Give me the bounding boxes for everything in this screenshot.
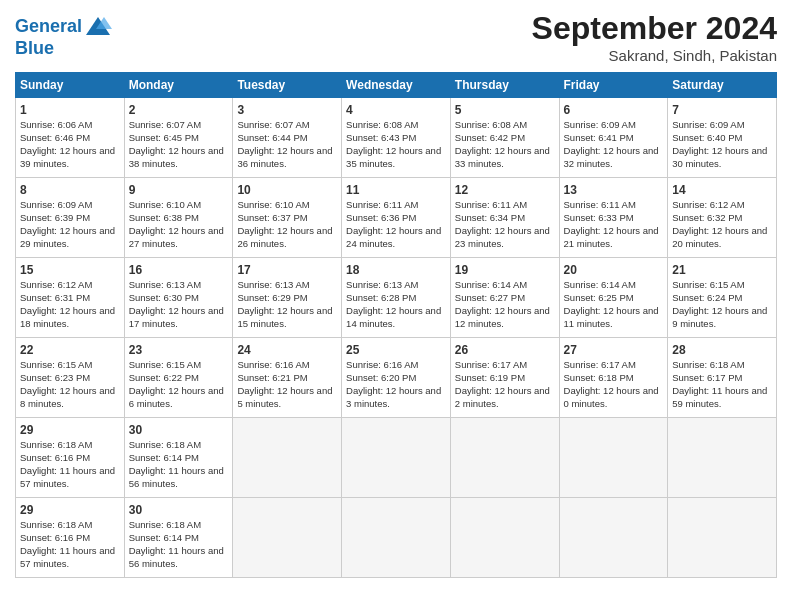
day-number: 29 — [20, 502, 120, 518]
day-cell: 12 Sunrise: 6:11 AM Sunset: 6:34 PM Dayl… — [450, 178, 559, 258]
day-cell: 4 Sunrise: 6:08 AM Sunset: 6:43 PM Dayli… — [342, 98, 451, 178]
day-number: 6 — [564, 102, 664, 118]
col-thursday: Thursday — [450, 73, 559, 98]
calendar-row: 15 Sunrise: 6:12 AM Sunset: 6:31 PM Dayl… — [16, 258, 777, 338]
logo-text2: Blue — [15, 39, 112, 59]
day-number: 9 — [129, 182, 229, 198]
day-cell: 11 Sunrise: 6:11 AM Sunset: 6:36 PM Dayl… — [342, 178, 451, 258]
day-number: 22 — [20, 342, 120, 358]
header: General Blue September 2024 Sakrand, Sin… — [15, 10, 777, 64]
day-cell: 26 Sunrise: 6:17 AM Sunset: 6:19 PM Dayl… — [450, 338, 559, 418]
calendar-row: 8 Sunrise: 6:09 AM Sunset: 6:39 PM Dayli… — [16, 178, 777, 258]
calendar-header-row: Sunday Monday Tuesday Wednesday Thursday… — [16, 73, 777, 98]
day-cell: 6 Sunrise: 6:09 AM Sunset: 6:41 PM Dayli… — [559, 98, 668, 178]
day-number: 12 — [455, 182, 555, 198]
day-cell: 20 Sunrise: 6:14 AM Sunset: 6:25 PM Dayl… — [559, 258, 668, 338]
day-number: 5 — [455, 102, 555, 118]
day-cell: 17 Sunrise: 6:13 AM Sunset: 6:29 PM Dayl… — [233, 258, 342, 338]
day-number: 13 — [564, 182, 664, 198]
day-number: 4 — [346, 102, 446, 118]
day-number: 16 — [129, 262, 229, 278]
page-container: General Blue September 2024 Sakrand, Sin… — [0, 0, 792, 588]
calendar-row: 1 Sunrise: 6:06 AM Sunset: 6:46 PM Dayli… — [16, 98, 777, 178]
day-number: 25 — [346, 342, 446, 358]
day-cell: 8 Sunrise: 6:09 AM Sunset: 6:39 PM Dayli… — [16, 178, 125, 258]
empty-cell — [342, 418, 451, 498]
day-number: 15 — [20, 262, 120, 278]
col-saturday: Saturday — [668, 73, 777, 98]
empty-cell — [559, 498, 668, 578]
day-cell: 29 Sunrise: 6:18 AM Sunset: 6:16 PM Dayl… — [16, 418, 125, 498]
day-number: 29 — [20, 422, 120, 438]
day-cell: 14 Sunrise: 6:12 AM Sunset: 6:32 PM Dayl… — [668, 178, 777, 258]
day-number: 20 — [564, 262, 664, 278]
empty-cell — [559, 418, 668, 498]
empty-cell — [668, 498, 777, 578]
col-wednesday: Wednesday — [342, 73, 451, 98]
day-cell: 27 Sunrise: 6:17 AM Sunset: 6:18 PM Dayl… — [559, 338, 668, 418]
logo-text: General — [15, 17, 82, 37]
day-cell: 19 Sunrise: 6:14 AM Sunset: 6:27 PM Dayl… — [450, 258, 559, 338]
day-cell: 10 Sunrise: 6:10 AM Sunset: 6:37 PM Dayl… — [233, 178, 342, 258]
empty-cell — [233, 498, 342, 578]
day-cell: 5 Sunrise: 6:08 AM Sunset: 6:42 PM Dayli… — [450, 98, 559, 178]
day-number: 30 — [129, 502, 229, 518]
day-number: 21 — [672, 262, 772, 278]
day-cell: 18 Sunrise: 6:13 AM Sunset: 6:28 PM Dayl… — [342, 258, 451, 338]
day-number: 1 — [20, 102, 120, 118]
day-number: 17 — [237, 262, 337, 278]
calendar-row: 22 Sunrise: 6:15 AM Sunset: 6:23 PM Dayl… — [16, 338, 777, 418]
day-cell: 22 Sunrise: 6:15 AM Sunset: 6:23 PM Dayl… — [16, 338, 125, 418]
day-number: 7 — [672, 102, 772, 118]
day-number: 11 — [346, 182, 446, 198]
day-number: 27 — [564, 342, 664, 358]
day-number: 8 — [20, 182, 120, 198]
col-monday: Monday — [124, 73, 233, 98]
col-sunday: Sunday — [16, 73, 125, 98]
day-number: 10 — [237, 182, 337, 198]
empty-cell — [450, 418, 559, 498]
day-cell: 29 Sunrise: 6:18 AM Sunset: 6:16 PM Dayl… — [16, 498, 125, 578]
empty-cell — [233, 418, 342, 498]
empty-cell — [668, 418, 777, 498]
day-cell: 25 Sunrise: 6:16 AM Sunset: 6:20 PM Dayl… — [342, 338, 451, 418]
day-cell: 21 Sunrise: 6:15 AM Sunset: 6:24 PM Dayl… — [668, 258, 777, 338]
empty-cell — [450, 498, 559, 578]
day-cell: 30 Sunrise: 6:18 AM Sunset: 6:14 PM Dayl… — [124, 498, 233, 578]
day-cell: 23 Sunrise: 6:15 AM Sunset: 6:22 PM Dayl… — [124, 338, 233, 418]
day-number: 3 — [237, 102, 337, 118]
day-cell: 3 Sunrise: 6:07 AM Sunset: 6:44 PM Dayli… — [233, 98, 342, 178]
col-tuesday: Tuesday — [233, 73, 342, 98]
day-cell: 2 Sunrise: 6:07 AM Sunset: 6:45 PM Dayli… — [124, 98, 233, 178]
day-cell: 13 Sunrise: 6:11 AM Sunset: 6:33 PM Dayl… — [559, 178, 668, 258]
day-cell: 24 Sunrise: 6:16 AM Sunset: 6:21 PM Dayl… — [233, 338, 342, 418]
calendar-row: 29 Sunrise: 6:18 AM Sunset: 6:16 PM Dayl… — [16, 418, 777, 498]
col-friday: Friday — [559, 73, 668, 98]
day-cell: 30 Sunrise: 6:18 AM Sunset: 6:14 PM Dayl… — [124, 418, 233, 498]
day-number: 23 — [129, 342, 229, 358]
day-number: 18 — [346, 262, 446, 278]
day-cell: 7 Sunrise: 6:09 AM Sunset: 6:40 PM Dayli… — [668, 98, 777, 178]
day-number: 30 — [129, 422, 229, 438]
logo-icon — [84, 15, 112, 39]
month-title: September 2024 — [532, 10, 777, 47]
day-number: 19 — [455, 262, 555, 278]
location-title: Sakrand, Sindh, Pakistan — [532, 47, 777, 64]
day-number: 24 — [237, 342, 337, 358]
day-number: 14 — [672, 182, 772, 198]
day-number: 26 — [455, 342, 555, 358]
empty-cell — [342, 498, 451, 578]
day-cell: 9 Sunrise: 6:10 AM Sunset: 6:38 PM Dayli… — [124, 178, 233, 258]
day-cell: 28 Sunrise: 6:18 AM Sunset: 6:17 PM Dayl… — [668, 338, 777, 418]
logo: General Blue — [15, 15, 112, 59]
day-number: 28 — [672, 342, 772, 358]
calendar-table: Sunday Monday Tuesday Wednesday Thursday… — [15, 72, 777, 578]
title-area: September 2024 Sakrand, Sindh, Pakistan — [532, 10, 777, 64]
day-cell: 15 Sunrise: 6:12 AM Sunset: 6:31 PM Dayl… — [16, 258, 125, 338]
calendar-row: 29 Sunrise: 6:18 AM Sunset: 6:16 PM Dayl… — [16, 498, 777, 578]
day-cell: 1 Sunrise: 6:06 AM Sunset: 6:46 PM Dayli… — [16, 98, 125, 178]
day-cell: 16 Sunrise: 6:13 AM Sunset: 6:30 PM Dayl… — [124, 258, 233, 338]
day-number: 2 — [129, 102, 229, 118]
